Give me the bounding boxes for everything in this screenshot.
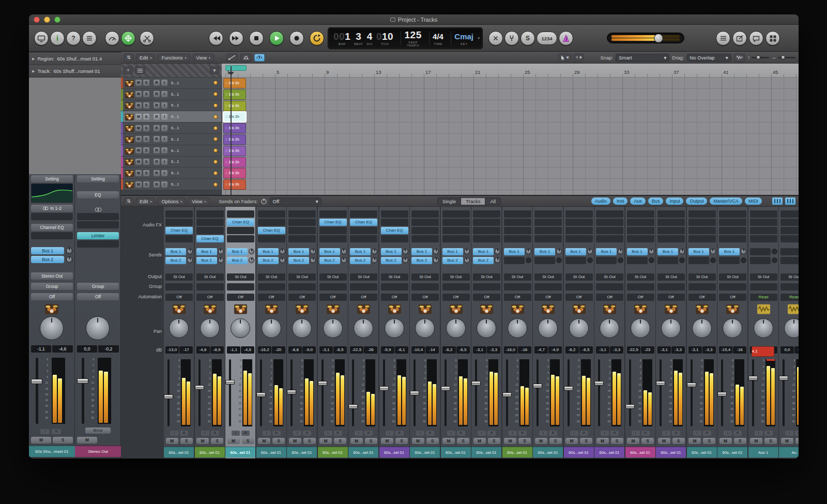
audio-fx-slot[interactable] bbox=[504, 219, 531, 226]
record-enable-button[interactable]: R bbox=[764, 431, 773, 436]
mute-button[interactable]: M bbox=[135, 170, 142, 176]
pan-knob[interactable] bbox=[262, 318, 281, 338]
send-knob[interactable] bbox=[403, 249, 408, 254]
group-slot[interactable] bbox=[350, 283, 377, 291]
drag-dropdown[interactable]: No Overlap▾ bbox=[687, 54, 731, 62]
fader-cap[interactable] bbox=[287, 390, 296, 394]
audio-fx-slot[interactable]: Chan EQ bbox=[227, 219, 254, 226]
record-enable-button[interactable]: R bbox=[154, 159, 160, 165]
audio-fx-slot[interactable] bbox=[227, 210, 254, 218]
send-slot[interactable]: Bus 1 bbox=[504, 248, 525, 255]
audio-fx-slot[interactable] bbox=[258, 210, 285, 218]
audio-fx-slot[interactable] bbox=[627, 219, 654, 226]
record-enable-button[interactable]: R bbox=[154, 170, 160, 176]
record-enable-button[interactable]: R bbox=[154, 181, 160, 188]
automation-mode-button[interactable]: Off bbox=[381, 294, 408, 301]
volume-fader[interactable]: 603612182430405060 bbox=[748, 358, 779, 429]
fader-cap[interactable] bbox=[195, 385, 204, 390]
mixer-channel[interactable]: Bus 1Bus 2St OutOff-8,8-9,06036121824304… bbox=[287, 207, 317, 459]
send-slot[interactable] bbox=[750, 248, 771, 255]
solo-button[interactable]: S bbox=[395, 438, 408, 444]
send-knob[interactable] bbox=[249, 249, 254, 254]
mixer-channel[interactable]: Bus 1St OutOff-3,1-3,3603612182430405060… bbox=[656, 207, 686, 459]
send-slot[interactable] bbox=[627, 257, 648, 264]
record-enable-button[interactable]: R bbox=[154, 80, 160, 86]
volume-fader[interactable]: 603612182430405060 bbox=[287, 358, 317, 429]
send-knob[interactable] bbox=[679, 249, 685, 254]
output-slot[interactable]: St Out bbox=[657, 273, 685, 281]
solo-off-button[interactable]: S bbox=[520, 31, 535, 45]
group-slot[interactable] bbox=[504, 283, 531, 291]
send-knob[interactable] bbox=[341, 257, 347, 263]
filter-audio[interactable]: Audio bbox=[591, 197, 610, 205]
record-enable-button[interactable]: R bbox=[154, 102, 160, 109]
audio-fx-slot[interactable] bbox=[196, 227, 224, 234]
solo-button[interactable]: S bbox=[143, 114, 149, 120]
track-row[interactable]: MSRI6...1 bbox=[121, 157, 221, 168]
send-slot[interactable] bbox=[534, 257, 555, 264]
record-enable-button[interactable]: R bbox=[518, 431, 527, 436]
send-knob[interactable] bbox=[310, 249, 316, 254]
close-window-button[interactable] bbox=[34, 17, 40, 23]
view-mode-single[interactable]: Single bbox=[438, 198, 461, 205]
input-monitor-button[interactable]: I bbox=[324, 431, 332, 436]
mute-button[interactable]: M bbox=[135, 91, 142, 97]
record-enable-button[interactable]: R bbox=[154, 91, 160, 97]
input-monitor-button[interactable]: I bbox=[693, 431, 701, 436]
input-monitor-button[interactable]: I bbox=[40, 429, 50, 434]
audio-fx-slot[interactable] bbox=[442, 235, 470, 242]
send-slot[interactable]: Bus 2 bbox=[381, 257, 402, 264]
send-knob[interactable] bbox=[249, 257, 254, 263]
solo-button[interactable]: S bbox=[272, 438, 285, 444]
pan-knob[interactable] bbox=[569, 318, 589, 338]
audio-fx-slot[interactable] bbox=[780, 219, 799, 226]
audio-fx-slot[interactable] bbox=[165, 235, 193, 242]
mixer-link-button[interactable]: ⇅ bbox=[124, 197, 133, 205]
group-slot[interactable] bbox=[780, 283, 799, 291]
automation-mode-button[interactable]: Off bbox=[319, 294, 347, 301]
audio-fx-slot[interactable] bbox=[288, 227, 316, 234]
output-slot[interactable]: St Out bbox=[227, 273, 254, 281]
send-slot[interactable]: Bus 1 bbox=[719, 248, 740, 255]
send-slot[interactable]: Bus 1 bbox=[688, 248, 709, 255]
audio-fx-slot[interactable] bbox=[288, 219, 316, 226]
mixer-channel[interactable]: Bus 1Bus 2St OutOff-3,1-3,36036121824304… bbox=[471, 207, 502, 459]
send-slot[interactable]: Bus 1 bbox=[165, 248, 186, 255]
audio-fx-slot[interactable] bbox=[319, 235, 347, 242]
region-inspector-header[interactable]: ▶ Region: 60s Shuf...mset 01.4 bbox=[29, 53, 121, 65]
audio-fx-slot[interactable] bbox=[196, 210, 224, 218]
mute-button[interactable]: M bbox=[135, 80, 142, 86]
output-slot[interactable]: St Out bbox=[504, 273, 531, 281]
eq-display-thumbnail[interactable] bbox=[31, 184, 73, 203]
channel-setting-button[interactable]: Setting bbox=[31, 175, 73, 182]
audio-fx-slot[interactable]: Chan EQ bbox=[258, 227, 285, 234]
audio-fx-slot[interactable] bbox=[381, 210, 408, 218]
pan-knob[interactable] bbox=[446, 318, 466, 338]
mixer-channel[interactable]: Bus 1St OutOff-6,2-6,5603612182430405060… bbox=[564, 207, 594, 459]
audio-fx-slot[interactable] bbox=[534, 219, 562, 226]
output-slot[interactable]: St Out bbox=[473, 273, 500, 281]
solo-button[interactable]: S bbox=[143, 170, 149, 176]
record-enable-button[interactable]: R bbox=[241, 431, 250, 436]
fader-cap[interactable] bbox=[225, 380, 235, 385]
fader-cap[interactable] bbox=[410, 391, 419, 395]
audio-fx-slot[interactable]: Chan EQ bbox=[350, 219, 377, 226]
pan-knob[interactable] bbox=[323, 318, 343, 338]
mixer-channel[interactable]: Chan EQBus 1Bus 2St OutOff-5,9-6,1603612… bbox=[379, 207, 410, 459]
horizontal-zoom-slider[interactable]: ↔ bbox=[772, 55, 795, 60]
eq-slot[interactable]: EQ bbox=[77, 191, 119, 198]
volume-fader[interactable]: 603612182430405060 bbox=[256, 358, 287, 429]
volume-fader[interactable]: 603612182430405060 bbox=[441, 358, 471, 429]
record-enable-button[interactable]: R bbox=[487, 431, 496, 436]
solo-button[interactable]: S bbox=[143, 91, 149, 97]
input-monitor-button[interactable]: I bbox=[161, 102, 167, 109]
send-knob[interactable] bbox=[464, 257, 470, 263]
pan-knob[interactable] bbox=[292, 318, 312, 338]
audio-fx-slot[interactable] bbox=[780, 235, 799, 242]
channel-name[interactable]: Aux 1 bbox=[748, 447, 778, 457]
group-slot[interactable] bbox=[442, 283, 470, 291]
mixer-channel[interactable]: Bus 1St OutOff-3,1-3,3603612182430405060… bbox=[687, 207, 717, 459]
region-clip[interactable]: ♢ 60s Sh bbox=[223, 146, 246, 156]
send-slot[interactable]: Bus 2 bbox=[319, 257, 340, 264]
record-enable-button[interactable]: R bbox=[154, 114, 160, 120]
